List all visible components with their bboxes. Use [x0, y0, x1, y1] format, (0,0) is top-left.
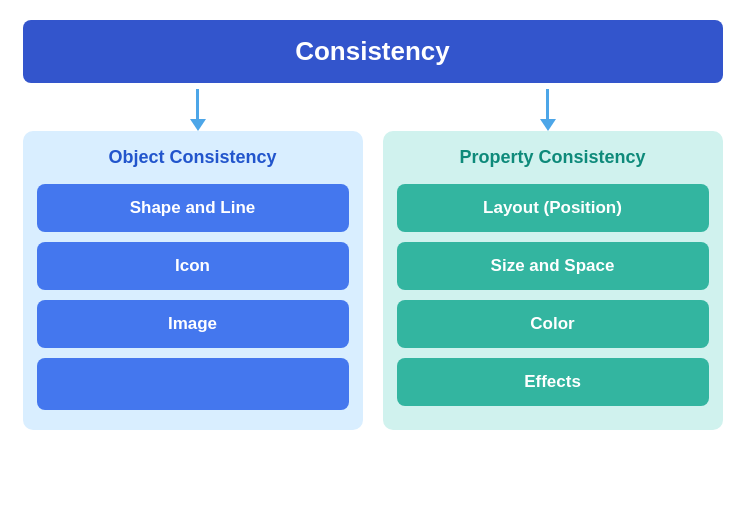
icon-button[interactable]: Icon [37, 242, 349, 290]
top-banner: Consistency [23, 20, 723, 83]
arrows-row [23, 83, 723, 131]
property-consistency-column: Property Consistency Layout (Position) S… [383, 131, 723, 430]
object-consistency-column: Object Consistency Shape and Line Icon I… [23, 131, 363, 430]
arrow-head-right [540, 119, 556, 131]
columns-container: Object Consistency Shape and Line Icon I… [23, 131, 723, 430]
empty-button[interactable] [37, 358, 349, 410]
effects-button[interactable]: Effects [397, 358, 709, 406]
image-button[interactable]: Image [37, 300, 349, 348]
arrow-line-right [546, 89, 549, 119]
right-arrow [540, 89, 556, 131]
arrow-head-left [190, 119, 206, 131]
color-button[interactable]: Color [397, 300, 709, 348]
arrow-line-left [196, 89, 199, 119]
property-consistency-heading: Property Consistency [397, 147, 709, 168]
object-consistency-heading: Object Consistency [37, 147, 349, 168]
layout-position-button[interactable]: Layout (Position) [397, 184, 709, 232]
shape-and-line-button[interactable]: Shape and Line [37, 184, 349, 232]
size-and-space-button[interactable]: Size and Space [397, 242, 709, 290]
page-title: Consistency [295, 36, 450, 66]
left-arrow [190, 89, 206, 131]
